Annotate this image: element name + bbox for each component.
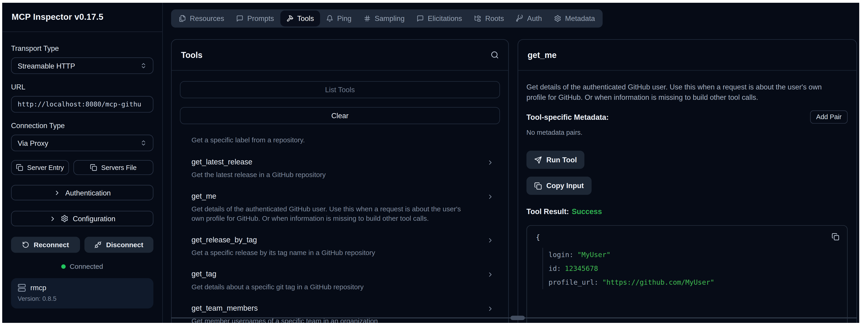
tool-description: Get a specific release by its tag name i… bbox=[191, 248, 494, 258]
tool-list-item[interactable]: get_release_by_tag Get a specific releas… bbox=[191, 235, 494, 258]
top-tab-bar: Resources Prompts Tools Ping Sampling bbox=[171, 9, 603, 28]
disconnect-button[interactable]: Disconnect bbox=[84, 237, 153, 253]
no-metadata-text: No metadata pairs. bbox=[527, 128, 848, 137]
key-icon bbox=[516, 15, 523, 22]
sidebar-body: Transport Type Streamable HTTP URL Conne… bbox=[2, 32, 162, 308]
server-icon bbox=[18, 284, 26, 292]
message-square-icon bbox=[416, 15, 424, 22]
tool-item-row: get_me bbox=[191, 191, 494, 202]
tool-description-clipped-top: Get a specific label from a repository. bbox=[191, 136, 494, 145]
tools-panel-header: Tools bbox=[172, 40, 508, 70]
tool-item-row: get_latest_release bbox=[191, 157, 494, 167]
authentication-toggle[interactable]: Authentication bbox=[11, 185, 153, 200]
metadata-label: Tool-specific Metadata: bbox=[527, 113, 609, 121]
tab-label: Ping bbox=[337, 14, 351, 23]
clear-button[interactable]: Clear bbox=[180, 107, 500, 124]
transport-type-select[interactable]: Streamable HTTP bbox=[11, 58, 153, 74]
tab-label: Metadata bbox=[565, 14, 595, 23]
tool-list-item[interactable]: get_team_members Get member usernames of… bbox=[191, 303, 494, 323]
tab-label: Tools bbox=[297, 14, 314, 23]
json-field: login:"MyUser" bbox=[549, 248, 838, 262]
server-entry-button[interactable]: Server Entry bbox=[11, 160, 69, 175]
files-icon bbox=[179, 15, 186, 22]
chevron-right-icon bbox=[487, 236, 494, 243]
tab-resources[interactable]: Resources bbox=[173, 10, 230, 27]
tool-description: Get details about a specific git tag in … bbox=[191, 283, 494, 292]
configuration-toggle[interactable]: Configuration bbox=[11, 211, 153, 226]
reconnect-button[interactable]: Reconnect bbox=[11, 237, 80, 253]
chevrons-up-down-icon bbox=[140, 62, 147, 69]
horizontal-scrollbar-handle[interactable] bbox=[510, 316, 525, 320]
detail-panel-title: get_me bbox=[527, 50, 556, 60]
add-pair-button[interactable]: Add Pair bbox=[810, 110, 847, 124]
tab-label: Roots bbox=[485, 14, 504, 23]
send-icon bbox=[534, 156, 542, 164]
tab-roots[interactable]: Roots bbox=[468, 10, 510, 27]
json-key: login: bbox=[549, 251, 574, 259]
server-name: rmcp bbox=[30, 284, 46, 292]
json-value: 12345678 bbox=[565, 264, 598, 273]
servers-file-label: Servers File bbox=[101, 164, 136, 172]
json-value: "MyUser" bbox=[577, 251, 611, 259]
chevron-right-icon bbox=[487, 193, 494, 200]
tool-list-item[interactable]: get_me Get details of the authenticated … bbox=[191, 191, 494, 224]
tool-item-row: get_team_members bbox=[191, 303, 494, 314]
tab-tools[interactable]: Tools bbox=[280, 10, 320, 27]
tab-auth[interactable]: Auth bbox=[510, 10, 548, 27]
tool-list-item[interactable]: get_tag Get details about a specific git… bbox=[191, 269, 494, 292]
reconnect-label: Reconnect bbox=[34, 241, 69, 249]
sidebar: MCP Inspector v0.17.5 Transport Type Str… bbox=[2, 3, 163, 323]
tool-result-line: Tool Result:Success bbox=[527, 207, 848, 216]
search-icon[interactable] bbox=[491, 51, 499, 59]
tab-ping[interactable]: Ping bbox=[320, 10, 358, 27]
connection-type-select[interactable]: Via Proxy bbox=[11, 135, 153, 151]
connection-type-value: Via Proxy bbox=[18, 139, 48, 147]
configuration-label: Configuration bbox=[73, 214, 116, 222]
copy-icon bbox=[16, 164, 23, 171]
hash-icon bbox=[364, 15, 371, 22]
tool-detail-panel: get_me Get details of the authenticated … bbox=[518, 39, 857, 323]
folder-tree-icon bbox=[474, 15, 481, 22]
copy-icon bbox=[90, 164, 97, 171]
tool-list: Get a specific label from a repository. … bbox=[180, 136, 500, 323]
copy-input-button[interactable]: Copy Input bbox=[527, 177, 592, 195]
tools-panel-title: Tools bbox=[181, 50, 202, 60]
tool-list-item[interactable]: get_latest_release Get the latest releas… bbox=[191, 157, 494, 180]
tab-label: Auth bbox=[527, 14, 542, 23]
tool-item-row: get_tag bbox=[191, 269, 494, 279]
tools-list-panel: Tools List Tools Clear Get a specific la… bbox=[171, 39, 509, 323]
tab-label: Sampling bbox=[375, 14, 404, 23]
server-info-card: rmcp Version: 0.8.5 bbox=[11, 278, 153, 308]
run-tool-button[interactable]: Run Tool bbox=[527, 151, 585, 169]
transport-type-value: Streamable HTTP bbox=[18, 62, 75, 70]
tool-description: Get details of the authenticated GitHub … bbox=[191, 205, 494, 224]
servers-file-button[interactable]: Servers File bbox=[73, 160, 153, 175]
chevrons-up-down-icon bbox=[140, 140, 147, 146]
browser-page: MCP Inspector v0.17.5 Transport Type Str… bbox=[0, 0, 868, 327]
server-buttons-row: Server Entry Servers File bbox=[11, 160, 153, 175]
copy-result-icon[interactable] bbox=[832, 233, 839, 241]
json-key: profile_url: bbox=[549, 278, 598, 287]
tool-result-status: Success bbox=[571, 207, 602, 216]
chevron-right-icon bbox=[487, 305, 494, 312]
tab-label: Prompts bbox=[247, 14, 274, 23]
authentication-label: Authentication bbox=[65, 188, 111, 197]
json-open-brace: { bbox=[536, 233, 838, 242]
result-json-block: { login:"MyUser" id:12345678 profile_url… bbox=[527, 225, 848, 323]
tool-name: get_latest_release bbox=[191, 157, 252, 167]
tool-detail-description: Get details of the authenticated GitHub … bbox=[527, 82, 848, 102]
message-square-icon bbox=[236, 15, 244, 22]
tab-sampling[interactable]: Sampling bbox=[358, 10, 411, 27]
url-input[interactable] bbox=[11, 96, 153, 113]
tool-name: get_team_members bbox=[191, 303, 258, 314]
tab-elicitations[interactable]: Elicitations bbox=[411, 10, 468, 27]
transport-type-label: Transport Type bbox=[11, 44, 153, 53]
tab-prompts[interactable]: Prompts bbox=[230, 10, 280, 27]
list-tools-button[interactable]: List Tools bbox=[180, 81, 500, 98]
connection-type-label: Connection Type bbox=[11, 121, 153, 130]
connection-status: Connected bbox=[11, 263, 153, 270]
detail-panel-body: Get details of the authenticated GitHub … bbox=[518, 70, 857, 323]
tab-label: Resources bbox=[190, 14, 224, 23]
tab-metadata[interactable]: Metadata bbox=[548, 10, 601, 27]
detail-panel-header: get_me bbox=[518, 40, 857, 70]
